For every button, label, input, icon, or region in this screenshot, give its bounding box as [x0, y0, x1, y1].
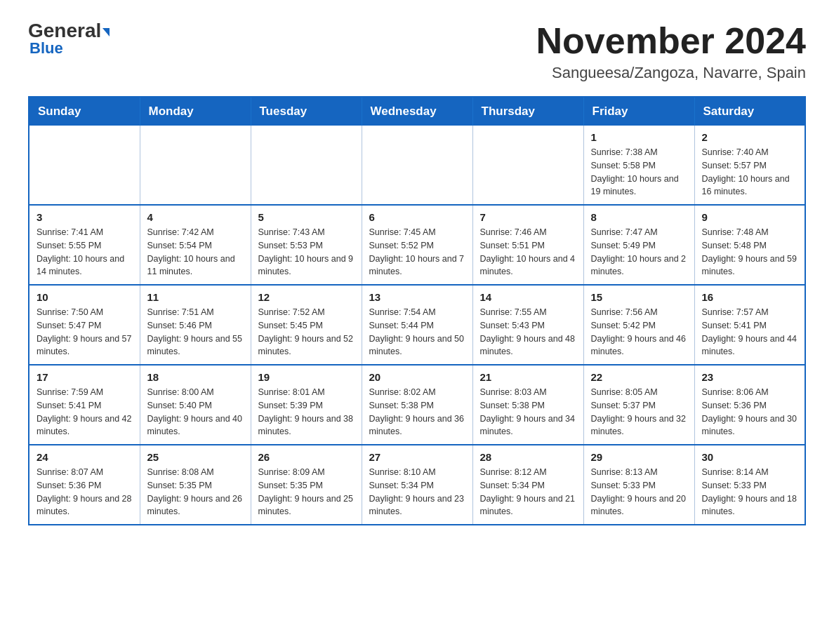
- day-number: 17: [37, 371, 133, 383]
- day-number: 20: [369, 371, 465, 383]
- calendar-day-cell: 13Sunrise: 7:54 AMSunset: 5:44 PMDayligh…: [362, 285, 472, 365]
- title-area: November 2024 Sangueesa/Zangoza, Navarre…: [536, 21, 806, 82]
- day-info: Sunrise: 8:14 AMSunset: 5:33 PMDaylight:…: [702, 466, 798, 518]
- calendar-day-cell: 16Sunrise: 7:57 AMSunset: 5:41 PMDayligh…: [694, 285, 805, 365]
- calendar-day-cell: [251, 126, 362, 205]
- day-info: Sunrise: 7:38 AMSunset: 5:58 PMDaylight:…: [591, 146, 687, 199]
- day-number: 26: [258, 451, 355, 463]
- day-info: Sunrise: 8:08 AMSunset: 5:35 PMDaylight:…: [147, 466, 244, 518]
- calendar-day-cell: 27Sunrise: 8:10 AMSunset: 5:34 PMDayligh…: [362, 445, 472, 525]
- day-number: 19: [258, 371, 355, 383]
- day-info: Sunrise: 7:54 AMSunset: 5:44 PMDaylight:…: [369, 306, 465, 358]
- calendar-day-cell: 17Sunrise: 7:59 AMSunset: 5:41 PMDayligh…: [29, 365, 140, 445]
- day-number: 9: [702, 211, 798, 223]
- calendar-day-cell: 6Sunrise: 7:45 AMSunset: 5:52 PMDaylight…: [362, 205, 472, 285]
- calendar-day-cell: 12Sunrise: 7:52 AMSunset: 5:45 PMDayligh…: [251, 285, 362, 365]
- day-info: Sunrise: 8:03 AMSunset: 5:38 PMDaylight:…: [480, 386, 576, 438]
- day-info: Sunrise: 7:59 AMSunset: 5:41 PMDaylight:…: [37, 386, 133, 438]
- day-number: 5: [258, 211, 355, 223]
- day-number: 28: [480, 451, 576, 463]
- day-number: 8: [591, 211, 687, 223]
- day-number: 18: [147, 371, 244, 383]
- day-info: Sunrise: 7:43 AMSunset: 5:53 PMDaylight:…: [258, 226, 355, 279]
- day-info: Sunrise: 8:09 AMSunset: 5:35 PMDaylight:…: [258, 466, 355, 518]
- calendar-day-cell: 10Sunrise: 7:50 AMSunset: 5:47 PMDayligh…: [29, 285, 140, 365]
- day-info: Sunrise: 7:47 AMSunset: 5:49 PMDaylight:…: [591, 226, 687, 279]
- calendar-day-cell: 7Sunrise: 7:46 AMSunset: 5:51 PMDaylight…: [472, 205, 583, 285]
- day-info: Sunrise: 8:02 AMSunset: 5:38 PMDaylight:…: [369, 386, 465, 438]
- day-number: 6: [369, 211, 465, 223]
- day-info: Sunrise: 8:07 AMSunset: 5:36 PMDaylight:…: [37, 466, 133, 518]
- day-number: 29: [591, 451, 687, 463]
- day-number: 13: [369, 291, 465, 303]
- header-thursday: Thursday: [472, 97, 583, 126]
- day-number: 10: [37, 291, 133, 303]
- day-info: Sunrise: 7:45 AMSunset: 5:52 PMDaylight:…: [369, 226, 465, 279]
- calendar-day-cell: 18Sunrise: 8:00 AMSunset: 5:40 PMDayligh…: [140, 365, 251, 445]
- calendar-day-cell: 22Sunrise: 8:05 AMSunset: 5:37 PMDayligh…: [583, 365, 694, 445]
- calendar-day-cell: [472, 126, 583, 205]
- day-info: Sunrise: 7:56 AMSunset: 5:42 PMDaylight:…: [591, 306, 687, 358]
- calendar-day-cell: 30Sunrise: 8:14 AMSunset: 5:33 PMDayligh…: [694, 445, 805, 525]
- calendar-table: Sunday Monday Tuesday Wednesday Thursday…: [28, 96, 806, 525]
- calendar-day-cell: 4Sunrise: 7:42 AMSunset: 5:54 PMDaylight…: [140, 205, 251, 285]
- page-header: General Blue November 2024 Sangueesa/Zan…: [28, 21, 806, 82]
- calendar-day-cell: 15Sunrise: 7:56 AMSunset: 5:42 PMDayligh…: [583, 285, 694, 365]
- header-friday: Friday: [583, 97, 694, 126]
- logo-blue-text: Blue: [29, 39, 63, 58]
- month-year-title: November 2024: [536, 21, 806, 61]
- calendar-day-cell: 25Sunrise: 8:08 AMSunset: 5:35 PMDayligh…: [140, 445, 251, 525]
- calendar-day-cell: 14Sunrise: 7:55 AMSunset: 5:43 PMDayligh…: [472, 285, 583, 365]
- day-number: 15: [591, 291, 687, 303]
- calendar-day-cell: [140, 126, 251, 205]
- day-info: Sunrise: 7:41 AMSunset: 5:55 PMDaylight:…: [37, 226, 133, 279]
- calendar-day-cell: 24Sunrise: 8:07 AMSunset: 5:36 PMDayligh…: [29, 445, 140, 525]
- day-number: 21: [480, 371, 576, 383]
- logo-general-text: General: [28, 21, 110, 41]
- calendar-day-cell: 19Sunrise: 8:01 AMSunset: 5:39 PMDayligh…: [251, 365, 362, 445]
- calendar-day-cell: [29, 126, 140, 205]
- calendar-day-cell: [362, 126, 472, 205]
- calendar-day-cell: 11Sunrise: 7:51 AMSunset: 5:46 PMDayligh…: [140, 285, 251, 365]
- day-number: 11: [147, 291, 244, 303]
- calendar-day-cell: 3Sunrise: 7:41 AMSunset: 5:55 PMDaylight…: [29, 205, 140, 285]
- day-info: Sunrise: 8:05 AMSunset: 5:37 PMDaylight:…: [591, 386, 687, 438]
- day-number: 25: [147, 451, 244, 463]
- day-info: Sunrise: 7:46 AMSunset: 5:51 PMDaylight:…: [480, 226, 576, 279]
- day-info: Sunrise: 8:10 AMSunset: 5:34 PMDaylight:…: [369, 466, 465, 518]
- calendar-day-cell: 21Sunrise: 8:03 AMSunset: 5:38 PMDayligh…: [472, 365, 583, 445]
- calendar-day-cell: 5Sunrise: 7:43 AMSunset: 5:53 PMDaylight…: [251, 205, 362, 285]
- location-subtitle: Sangueesa/Zangoza, Navarre, Spain: [536, 64, 806, 82]
- day-info: Sunrise: 7:55 AMSunset: 5:43 PMDaylight:…: [480, 306, 576, 358]
- day-number: 27: [369, 451, 465, 463]
- day-number: 14: [480, 291, 576, 303]
- logo: General Blue: [28, 21, 110, 58]
- calendar-day-cell: 23Sunrise: 8:06 AMSunset: 5:36 PMDayligh…: [694, 365, 805, 445]
- calendar-day-cell: 28Sunrise: 8:12 AMSunset: 5:34 PMDayligh…: [472, 445, 583, 525]
- calendar-day-cell: 26Sunrise: 8:09 AMSunset: 5:35 PMDayligh…: [251, 445, 362, 525]
- day-number: 1: [591, 131, 687, 143]
- day-info: Sunrise: 8:13 AMSunset: 5:33 PMDaylight:…: [591, 466, 687, 518]
- calendar-day-cell: 20Sunrise: 8:02 AMSunset: 5:38 PMDayligh…: [362, 365, 472, 445]
- calendar-day-cell: 2Sunrise: 7:40 AMSunset: 5:57 PMDaylight…: [694, 126, 805, 205]
- day-number: 3: [37, 211, 133, 223]
- day-info: Sunrise: 8:01 AMSunset: 5:39 PMDaylight:…: [258, 386, 355, 438]
- day-info: Sunrise: 7:48 AMSunset: 5:48 PMDaylight:…: [702, 226, 798, 279]
- day-number: 24: [37, 451, 133, 463]
- day-info: Sunrise: 7:52 AMSunset: 5:45 PMDaylight:…: [258, 306, 355, 358]
- calendar-week-row: 3Sunrise: 7:41 AMSunset: 5:55 PMDaylight…: [29, 205, 805, 285]
- day-info: Sunrise: 7:50 AMSunset: 5:47 PMDaylight:…: [37, 306, 133, 358]
- day-number: 16: [702, 291, 798, 303]
- calendar-day-cell: 29Sunrise: 8:13 AMSunset: 5:33 PMDayligh…: [583, 445, 694, 525]
- calendar-week-row: 24Sunrise: 8:07 AMSunset: 5:36 PMDayligh…: [29, 445, 805, 525]
- header-monday: Monday: [140, 97, 251, 126]
- day-info: Sunrise: 8:06 AMSunset: 5:36 PMDaylight:…: [702, 386, 798, 438]
- header-saturday: Saturday: [694, 97, 805, 126]
- calendar-day-cell: 8Sunrise: 7:47 AMSunset: 5:49 PMDaylight…: [583, 205, 694, 285]
- header-tuesday: Tuesday: [251, 97, 362, 126]
- day-info: Sunrise: 7:42 AMSunset: 5:54 PMDaylight:…: [147, 226, 244, 279]
- calendar-day-cell: 1Sunrise: 7:38 AMSunset: 5:58 PMDaylight…: [583, 126, 694, 205]
- calendar-week-row: 1Sunrise: 7:38 AMSunset: 5:58 PMDaylight…: [29, 126, 805, 205]
- calendar-day-cell: 9Sunrise: 7:48 AMSunset: 5:48 PMDaylight…: [694, 205, 805, 285]
- day-number: 4: [147, 211, 244, 223]
